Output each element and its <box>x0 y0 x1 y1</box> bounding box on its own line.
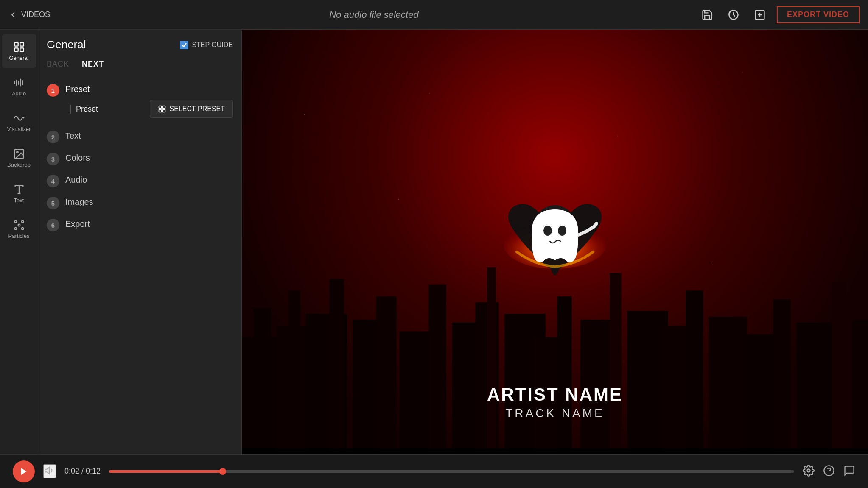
save-button[interactable] <box>698 6 717 24</box>
svg-rect-27 <box>329 279 344 454</box>
video-frame: ARTIST NAME TRACK NAME <box>242 30 868 454</box>
svg-rect-19 <box>162 106 165 109</box>
svg-rect-18 <box>159 106 161 109</box>
svg-rect-40 <box>627 311 668 454</box>
step-item-export[interactable]: 6 Export <box>47 214 233 236</box>
step-content-colors: Colors <box>65 152 233 163</box>
nav-general-label: General <box>9 55 28 61</box>
svg-rect-48 <box>852 320 868 454</box>
nav-visualizer-label: Visualizer <box>7 126 31 132</box>
svg-rect-47 <box>832 282 846 454</box>
step-num-3: 3 <box>47 153 59 165</box>
main-layout: General Audio Visualizer Backdrop <box>0 30 868 454</box>
add-button[interactable] <box>750 6 769 24</box>
svg-rect-34 <box>487 268 496 454</box>
step-content-text: Text <box>65 130 233 141</box>
step-label-preset: Preset <box>65 83 233 94</box>
sub-step-preset-label: Preset <box>70 105 98 114</box>
bottom-right-icons <box>803 465 855 478</box>
svg-rect-25 <box>288 291 300 454</box>
step-num-4: 4 <box>47 175 59 187</box>
svg-rect-23 <box>254 308 271 454</box>
step-item-images[interactable]: 5 Images <box>47 192 233 214</box>
svg-rect-43 <box>709 317 747 454</box>
nav-item-visualizer[interactable]: Visualizer <box>2 105 36 139</box>
nav-item-general[interactable]: General <box>2 34 36 68</box>
nav-item-audio[interactable]: Audio <box>2 70 36 103</box>
svg-rect-41 <box>662 326 689 454</box>
svg-rect-42 <box>686 291 703 454</box>
step-list: 1 Preset Preset SELECT PRESET <box>47 79 233 236</box>
step-content-audio: Audio <box>65 174 233 185</box>
videos-link[interactable]: VIDEOS <box>21 10 50 19</box>
step-content-images: Images <box>65 196 233 207</box>
step-num-5: 5 <box>47 197 59 209</box>
step-item-text[interactable]: 2 Text <box>47 125 233 148</box>
svg-rect-7 <box>20 48 23 51</box>
progress-knob[interactable] <box>219 468 226 475</box>
nav-text-label: Text <box>14 197 24 204</box>
step-item-colors[interactable]: 3 Colors <box>47 148 233 170</box>
panel-header: General STEP GUIDE <box>47 38 233 51</box>
bottom-bar: 0:02 / 0:12 <box>0 454 868 488</box>
next-button[interactable]: NEXT <box>82 60 104 69</box>
volume-icon <box>44 465 55 476</box>
restore-button[interactable] <box>724 6 743 24</box>
step-label-colors: Colors <box>65 152 233 163</box>
chat-icon <box>843 465 855 477</box>
chat-button[interactable] <box>843 465 855 478</box>
step-guide-checkbox[interactable] <box>180 41 188 49</box>
time-display: 0:02 / 0:12 <box>64 467 101 476</box>
step-item-preset: 1 Preset Preset SELECT PRESET <box>47 79 233 125</box>
svg-rect-21 <box>162 110 165 112</box>
svg-rect-31 <box>428 285 446 454</box>
help-button[interactable] <box>823 465 835 478</box>
artist-text-block: ARTIST NAME TRACK NAME <box>487 385 623 420</box>
step-guide-label-text: STEP GUIDE <box>192 41 233 49</box>
svg-rect-46 <box>797 323 837 454</box>
step-label-export: Export <box>65 218 233 229</box>
step-item-audio[interactable]: 4 Audio <box>47 170 233 192</box>
step-guide-toggle[interactable]: STEP GUIDE <box>180 41 233 49</box>
step-num-6: 6 <box>47 219 59 231</box>
svg-marker-65 <box>45 467 49 474</box>
audio-status: No audio file selected <box>329 9 418 20</box>
topbar: VIDEOS No audio file selected <box>0 0 868 30</box>
nav-item-text[interactable]: Text <box>2 176 36 210</box>
nav-audio-label: Audio <box>12 90 26 97</box>
svg-rect-20 <box>159 110 161 112</box>
play-icon <box>19 467 28 476</box>
step-content-export: Export <box>65 218 233 229</box>
settings-button[interactable] <box>803 465 815 478</box>
panel-title: General <box>47 38 86 51</box>
svg-point-10 <box>17 151 18 153</box>
svg-point-13 <box>14 220 17 223</box>
volume-button[interactable] <box>43 464 56 478</box>
svg-point-62 <box>543 226 552 236</box>
svg-point-63 <box>558 226 566 236</box>
export-video-button[interactable]: EXPORT VIDEO <box>777 6 860 23</box>
left-nav: General Audio Visualizer Backdrop <box>0 30 38 454</box>
svg-rect-4 <box>14 42 18 46</box>
settings-panel: General STEP GUIDE BACK NEXT 1 Preset <box>38 30 242 454</box>
progress-bar[interactable] <box>109 470 794 473</box>
video-preview-area: ARTIST NAME TRACK NAME <box>242 30 868 454</box>
step-label-audio: Audio <box>65 174 233 185</box>
svg-rect-45 <box>773 299 790 454</box>
sub-step-preset: Preset SELECT PRESET <box>65 97 233 121</box>
ghost-logo <box>500 186 610 279</box>
svg-rect-6 <box>14 48 18 51</box>
nav-backdrop-label: Backdrop <box>7 162 31 168</box>
svg-rect-44 <box>744 335 776 454</box>
progress-fill <box>109 470 223 473</box>
select-preset-button[interactable]: SELECT PRESET <box>150 100 233 118</box>
back-button[interactable]: BACK <box>47 60 69 69</box>
artist-name: ARTIST NAME <box>487 385 623 405</box>
nav-item-particles[interactable]: Particles <box>2 212 36 246</box>
svg-rect-58 <box>242 448 868 454</box>
play-button[interactable] <box>13 460 35 482</box>
nav-item-backdrop[interactable]: Backdrop <box>2 141 36 175</box>
back-to-videos[interactable]: VIDEOS <box>8 10 50 20</box>
svg-rect-39 <box>610 273 622 454</box>
settings-icon <box>803 465 815 477</box>
